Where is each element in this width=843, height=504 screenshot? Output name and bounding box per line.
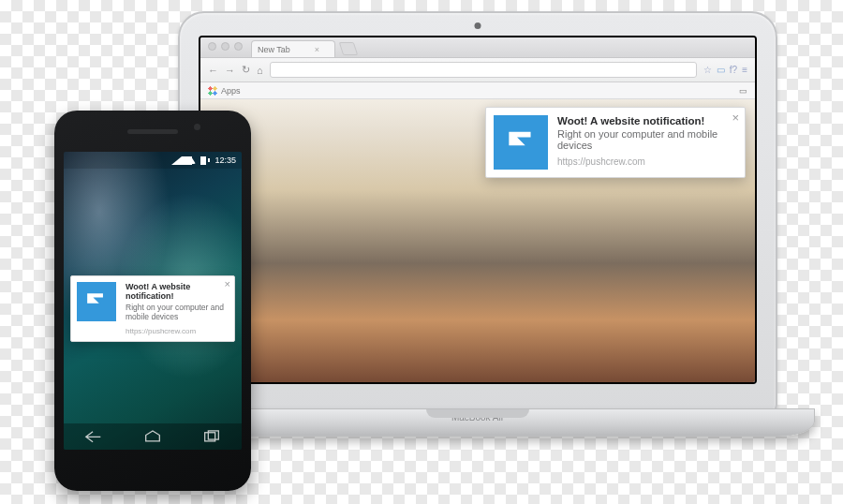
browser-tab[interactable]: New Tab × xyxy=(251,40,335,57)
webcam-icon xyxy=(475,22,481,29)
signal-icon xyxy=(171,156,182,165)
traffic-light-min-icon[interactable] xyxy=(221,42,229,51)
mobile-notification[interactable]: Woot! A website notification! Right on y… xyxy=(70,275,235,342)
nav-back-icon[interactable]: ← xyxy=(208,65,218,76)
notification-body: Right on your computer and mobile device… xyxy=(557,128,737,151)
android-navbar xyxy=(64,423,242,450)
browser-toolbar: ← → ↻ ⌂ ☆ ▭ f? ≡ xyxy=(200,58,755,82)
laptop-lid: New Tab × ← → ↻ ⌂ ☆ ▭ f? ≡ xyxy=(178,11,777,414)
reload-icon[interactable]: ↻ xyxy=(242,64,250,76)
apps-icon[interactable] xyxy=(208,86,217,96)
address-bar[interactable] xyxy=(270,62,697,78)
screen-bezel: New Tab × ← → ↻ ⌂ ☆ ▭ f? ≡ xyxy=(199,36,757,384)
laptop-screen: New Tab × ← → ↻ ⌂ ☆ ▭ f? ≡ xyxy=(200,37,755,382)
toolbar-right: ☆ ▭ f? ≡ xyxy=(703,65,747,75)
bookmarks-bar: Apps ▭ xyxy=(200,82,755,99)
traffic-light-close-icon[interactable] xyxy=(208,42,216,51)
desktop-notification[interactable]: Woot! A website notification! Right on y… xyxy=(485,107,746,178)
tab-label: New Tab xyxy=(258,45,290,54)
notification-body: Right on your computer and mobile device… xyxy=(126,303,229,321)
nav-recent-button[interactable] xyxy=(201,429,222,444)
notification-title: Woot! A website notification! xyxy=(126,282,229,301)
status-bar: 12:35 xyxy=(64,152,242,169)
traffic-light-max-icon[interactable] xyxy=(234,42,243,51)
browser-viewport: Woot! A website notification! Right on y… xyxy=(200,99,755,382)
star-icon[interactable]: ☆ xyxy=(703,65,712,75)
search-hint: f? xyxy=(730,65,737,75)
notification-title: Woot! A website notification! xyxy=(557,115,737,126)
nav-home-button[interactable] xyxy=(142,429,163,444)
other-bookmarks-icon[interactable]: ▭ xyxy=(739,86,747,96)
notification-close-icon[interactable]: × xyxy=(225,279,230,289)
tab-close-icon[interactable]: × xyxy=(315,45,319,54)
clock: 12:35 xyxy=(214,156,236,165)
cast-icon[interactable]: ▭ xyxy=(717,65,725,75)
notification-url: https://pushcrew.com xyxy=(126,327,229,335)
nav-forward-icon[interactable]: → xyxy=(225,65,235,76)
apps-label[interactable]: Apps xyxy=(221,86,241,96)
laptop-notch xyxy=(426,409,529,418)
notification-url: https://pushcrew.com xyxy=(557,156,737,167)
wifi-icon xyxy=(186,156,196,164)
phone-device: 12:35 Woot! A website notification! Righ… xyxy=(54,111,251,491)
battery-icon xyxy=(200,156,210,165)
home-icon[interactable]: ⌂ xyxy=(257,65,263,76)
browser-tabbar: New Tab × xyxy=(200,37,755,58)
phone-screen: 12:35 Woot! A website notification! Righ… xyxy=(64,152,242,450)
notification-app-icon xyxy=(494,115,548,170)
new-tab-button[interactable] xyxy=(339,42,359,55)
window-controls[interactable] xyxy=(208,42,243,51)
notification-close-icon[interactable]: × xyxy=(732,111,739,124)
notification-app-icon xyxy=(77,282,116,321)
menu-icon[interactable]: ≡ xyxy=(742,65,747,75)
nav-back-button[interactable] xyxy=(83,429,104,444)
